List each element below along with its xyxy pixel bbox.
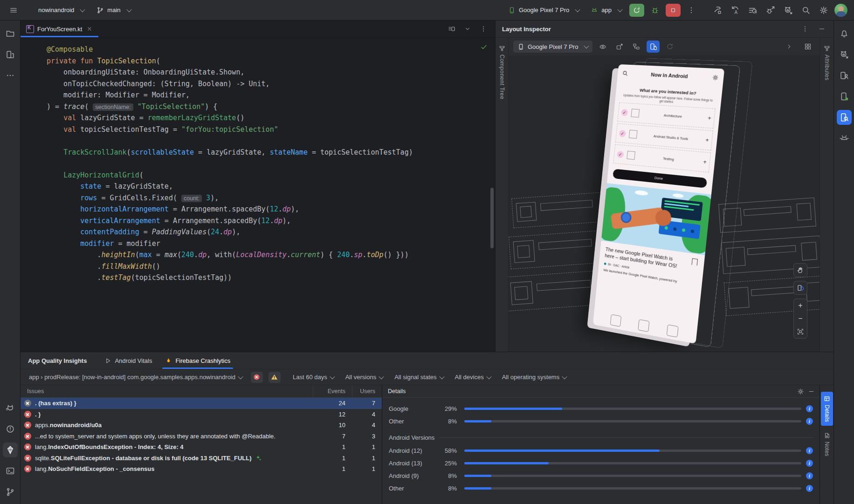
debug-button[interactable]	[648, 4, 662, 17]
attach-debugger-button[interactable]	[764, 3, 778, 17]
editor-scrollbar[interactable]	[490, 188, 494, 248]
package-selector[interactable]: app › prodRelease: [now-in-android] com.…	[26, 372, 245, 382]
fatal-filter-toggle[interactable]	[251, 372, 263, 383]
terminal-tool-button[interactable]	[3, 463, 18, 478]
info-icon[interactable]: i	[806, 472, 813, 479]
users-header-label[interactable]: Users	[352, 385, 382, 397]
inspector-3d-viewport[interactable]: Now in Android What are you interested i…	[509, 55, 820, 352]
issues-header-label[interactable]: Issues	[21, 388, 313, 395]
live-updates-button[interactable]	[647, 41, 660, 53]
topic-thumb	[629, 130, 638, 139]
expand-toolbar-button[interactable]	[782, 40, 796, 54]
split-editor-button[interactable]	[445, 22, 459, 36]
chevron-down-icon	[80, 7, 85, 12]
logcat-tool-button[interactable]	[3, 401, 18, 415]
zoom-fit-button[interactable]	[794, 325, 807, 338]
tab-details-vertical[interactable]: Details	[821, 392, 833, 426]
info-icon[interactable]: i	[806, 447, 813, 454]
tab-android-vitals[interactable]: Android Vitals	[99, 352, 158, 369]
profiler-button[interactable]	[781, 3, 795, 17]
minimize-icon[interactable]	[808, 388, 815, 395]
inspections-ok-icon[interactable]	[480, 43, 488, 51]
search-everywhere-button[interactable]	[799, 3, 813, 17]
issue-row[interactable]: . (has extras) }247	[21, 398, 382, 409]
device-selector[interactable]: Google Pixel 7 Pro	[504, 3, 583, 17]
ai-sparkle-icon[interactable]	[255, 455, 262, 461]
refresh-button[interactable]	[663, 41, 676, 53]
layer-spacing-button[interactable]	[630, 41, 643, 53]
filter-dropdown[interactable]: All versions	[345, 374, 383, 381]
info-icon[interactable]: i	[806, 418, 813, 425]
device-manager-tool-button[interactable]	[3, 47, 18, 62]
issue-row[interactable]: . }124	[21, 409, 382, 420]
issue-row[interactable]: apps.nowinandroid/u0a104	[21, 420, 382, 431]
topic-thumb	[631, 109, 640, 117]
profiler-tool-button[interactable]	[837, 47, 852, 62]
attributes-tab[interactable]: Attributes	[824, 42, 830, 83]
version-control-tool-button[interactable]	[3, 484, 18, 499]
issue-severity-icon	[24, 443, 31, 450]
sync-project-button[interactable]	[728, 3, 742, 17]
project-tool-button[interactable]	[3, 26, 18, 41]
run-config-selector[interactable]: app	[587, 3, 626, 17]
running-list-button[interactable]	[746, 3, 760, 17]
filter-dropdown[interactable]: All operating systems	[502, 374, 567, 381]
zoom-in-button[interactable]: +	[794, 299, 807, 312]
filter-dropdown[interactable]: Last 60 days	[293, 374, 334, 381]
app-quality-insights-tool-button[interactable]	[3, 443, 18, 457]
more-tool-windows-button[interactable]	[3, 68, 18, 83]
pan-mode-button[interactable]	[793, 263, 807, 277]
editor-options-button[interactable]	[476, 22, 490, 36]
component-tree-tab[interactable]: Component Tree	[499, 42, 505, 102]
device-explorer-tool-button[interactable]	[837, 68, 852, 83]
running-devices-tool-button[interactable]	[837, 89, 852, 104]
info-icon[interactable]: i	[806, 405, 813, 412]
issue-severity-icon	[24, 400, 31, 407]
issue-row[interactable]: ...ed to system_server and system apps o…	[21, 431, 382, 442]
bar-fill	[464, 462, 549, 464]
issue-row[interactable]: lang.IndexOutOfBoundsException - Index: …	[21, 442, 382, 453]
branch-selector[interactable]: main	[93, 3, 134, 17]
phone-running-icon	[840, 92, 849, 101]
settings-button[interactable]	[817, 3, 831, 17]
stop-button[interactable]	[666, 4, 681, 17]
zoom-out-button[interactable]: −	[794, 312, 807, 325]
rerun-button[interactable]	[629, 4, 644, 17]
inspector-device-selector[interactable]: Google Pixel 7 Pro	[513, 41, 592, 53]
build-button[interactable]	[710, 3, 724, 17]
editor-viewport[interactable]: @Composableprivate fun TopicSelection( o…	[21, 38, 495, 352]
more-actions-button[interactable]	[684, 3, 698, 17]
notifications-button[interactable]	[837, 26, 852, 41]
issue-row[interactable]: lang.NoSuchFieldException - _consensus11	[21, 463, 382, 475]
emulator-tool-button[interactable]	[837, 131, 852, 146]
topic-add-icon: +	[703, 159, 707, 166]
filter-dropdown[interactable]: All devices	[455, 374, 491, 381]
problems-tool-button[interactable]	[3, 422, 18, 436]
project-selector[interactable]: nowinandroid	[34, 3, 88, 17]
reset-3d-view-button[interactable]	[793, 281, 807, 295]
layout-inspector-tool-button[interactable]	[837, 110, 852, 125]
close-tab-icon[interactable]	[86, 26, 93, 32]
hide-inspector-button[interactable]	[815, 22, 829, 36]
code-line: horizontalArrangement = Arrangement.spac…	[47, 204, 495, 215]
tab-list-dropdown-button[interactable]	[461, 22, 475, 36]
info-icon[interactable]: i	[806, 460, 813, 467]
gear-icon[interactable]	[797, 388, 804, 395]
inspector-options-button[interactable]	[798, 22, 812, 36]
component-grid-button[interactable]	[801, 40, 815, 54]
issue-row[interactable]: sqlite.SQLiteFullException - database or…	[21, 453, 382, 464]
tab-notes-vertical[interactable]: Notes	[821, 429, 833, 460]
user-avatar[interactable]	[834, 4, 847, 17]
topic-label: Architecture	[639, 111, 708, 120]
view-options-button[interactable]	[596, 41, 609, 53]
editor-tab-foryouscreen[interactable]: ForYouScreen.kt	[21, 20, 98, 37]
filter-dropdown[interactable]: All signal states	[394, 374, 443, 381]
snapshot-export-button[interactable]	[613, 41, 626, 53]
tab-notes-label: Notes	[824, 442, 830, 456]
main-menu-button[interactable]	[7, 3, 21, 17]
code-area[interactable]: @Composableprivate fun TopicSelection( o…	[21, 38, 495, 284]
tab-firebase-crashlytics[interactable]: Firebase Crashlytics	[159, 352, 236, 369]
nonfatal-filter-toggle[interactable]	[269, 372, 281, 383]
info-icon[interactable]: i	[806, 485, 813, 492]
events-header-label[interactable]: Events	[313, 385, 352, 397]
